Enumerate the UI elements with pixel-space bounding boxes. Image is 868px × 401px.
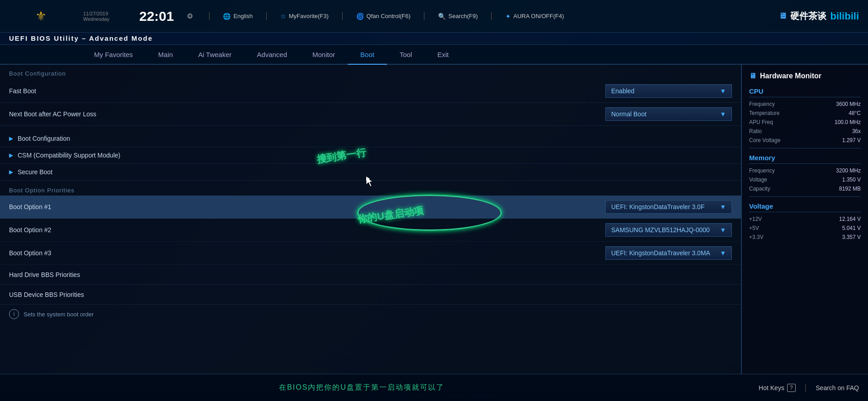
settings-gear-icon[interactable]: ⚙ [187, 12, 193, 20]
hw-cpu-apu-value: 100.0 MHz [835, 119, 861, 125]
nav-english[interactable]: 🌐 English [219, 11, 256, 22]
bilibili-icon: bilibili [830, 10, 859, 22]
nav-myfavorite[interactable]: ☆ MyFavorite(F3) [277, 11, 332, 22]
nav-english-label: English [233, 13, 253, 19]
fast-boot-value: Enabled [611, 87, 634, 95]
boot-option-1-dropdown[interactable]: UEFI: KingstonDataTraveler 3.0F ▼ [605, 200, 732, 214]
boot-option-3-arrow-icon: ▼ [720, 249, 726, 257]
nav-tool[interactable]: Tool [387, 45, 425, 65]
hw-v5-value: 5.041 V [842, 225, 861, 231]
app-title: UEFI BIOS Utility – Advanced Mode [9, 34, 153, 42]
nav-aura[interactable]: ✦ AURA ON/OFF(F4) [502, 11, 568, 22]
qfan-icon: 🌀 [356, 13, 364, 20]
hw-memory-title: Memory [749, 154, 861, 164]
hw-cpu-freq-label: Frequency [749, 101, 775, 107]
boot-option-1-row[interactable]: Boot Option #1 UEFI: KingstonDataTravele… [0, 196, 741, 219]
boot-option-1-value: UEFI: KingstonDataTraveler 3.0F [611, 203, 704, 210]
next-boot-row[interactable]: Next Boot after AC Power Loss Normal Boo… [0, 103, 741, 126]
nav-advanced[interactable]: Advanced [244, 45, 300, 65]
favorite-icon: ☆ [280, 13, 286, 20]
hw-mem-capacity-label: Capacity [749, 186, 770, 192]
hw-cpu-ratio-row: Ratio 36x [749, 128, 861, 134]
hw-cpu-temp-label: Temperature [749, 110, 779, 116]
nav-boot[interactable]: Boot [348, 45, 387, 65]
spacer-row [0, 126, 741, 130]
next-boot-label: Next Boot after AC Power Loss [9, 110, 605, 118]
boot-option-3-dropdown[interactable]: UEFI: KingstonDataTraveler 3.0MA ▼ [605, 246, 732, 260]
hard-drive-bbs-label: Hard Drive BBS Priorities [9, 271, 732, 278]
expand-arrow-icon: ▶ [9, 135, 13, 142]
expand-csm[interactable]: ▶ CSM (Compatibility Support Module) [0, 147, 741, 164]
nav-exit[interactable]: Exit [425, 45, 461, 65]
nav-ai-tweaker[interactable]: Ai Tweaker [185, 45, 244, 65]
divider5: | [491, 11, 493, 22]
expand-boot-config[interactable]: ▶ Boot Configuration [0, 130, 741, 147]
hw-v5-label: +5V [749, 225, 759, 231]
aura-icon: ✦ [505, 13, 511, 20]
hw-monitor-screen-icon: 🖥 [778, 11, 787, 21]
info-icon: i [9, 309, 19, 319]
bottom-divider: | [805, 383, 807, 392]
next-boot-dropdown[interactable]: Normal Boot ▼ [605, 107, 732, 121]
hw-cpu-ratio-label: Ratio [749, 128, 762, 134]
title-bar: UEFI BIOS Utility – Advanced Mode [0, 33, 868, 45]
hw-cpu-ratio-value: 36x [852, 128, 861, 134]
section-header-boot-config: Boot Configuration [0, 65, 741, 80]
fast-boot-label: Fast Boot [9, 87, 605, 95]
date-label: 11/27/2019 [83, 11, 108, 16]
expand-secure-boot[interactable]: ▶ Secure Boot [0, 164, 741, 181]
day-label: Wednesday [83, 16, 109, 22]
expand-csm-arrow-icon: ▶ [9, 152, 13, 158]
hw-mem-freq-value: 3200 MHz [836, 167, 861, 174]
hw-monitor-title: 🖥 Hardware Monitor [749, 72, 861, 80]
nav-myfavorite-label: MyFavorite(F3) [289, 13, 329, 19]
hw-cpu-voltage-value: 1.297 V [842, 137, 861, 143]
nav-main[interactable]: Main [146, 45, 186, 65]
nav-aura-label: AURA ON/OFF(F4) [514, 13, 564, 19]
boot-option-3-row[interactable]: Boot Option #3 UEFI: KingstonDataTravele… [0, 242, 741, 265]
hw-v12-row: +12V 12.164 V [749, 216, 861, 222]
boot-option-1-arrow-icon: ▼ [720, 203, 726, 210]
nav-qfan-label: Qfan Control(F6) [367, 13, 411, 19]
hw-v12-label: +12V [749, 216, 762, 222]
hot-keys-label: Hot Keys [759, 384, 784, 391]
hw-v33-label: +3.3V [749, 234, 764, 240]
expand-secure-boot-label: Secure Boot [18, 168, 52, 176]
search-faq-link[interactable]: Search on FAQ [816, 384, 859, 391]
hw-monitor-icon: 🖥 [749, 72, 756, 80]
divider4: | [423, 11, 425, 22]
hw-v33-row: +3.3V 3.357 V [749, 234, 861, 240]
boot-option-2-row[interactable]: Boot Option #2 SAMSUNG MZVLB512HAJQ-0000… [0, 219, 741, 242]
divider3: | [341, 11, 344, 22]
time-display: 22:01 [139, 10, 174, 23]
nav-favorites[interactable]: My Favorites [81, 45, 146, 65]
fast-boot-dropdown[interactable]: Enabled ▼ [605, 84, 732, 98]
boot-option-2-value: SAMSUNG MZVLB512HAJQ-0000 [611, 226, 710, 234]
main-nav: My Favorites Main Ai Tweaker Advanced Mo… [0, 45, 868, 65]
usb-device-bbs-row[interactable]: USB Device BBS Priorities [0, 285, 741, 305]
boot-option-1-label: Boot Option #1 [9, 203, 605, 210]
hw-divider-1 [749, 148, 861, 148]
hw-voltage-title: Voltage [749, 202, 861, 212]
nav-qfan[interactable]: 🌀 Qfan Control(F6) [353, 11, 415, 22]
boot-option-3-label: Boot Option #3 [9, 249, 605, 257]
boot-option-3-value: UEFI: KingstonDataTraveler 3.0MA [611, 249, 710, 257]
hw-cpu-apu-row: APU Freq 100.0 MHz [749, 119, 861, 125]
hw-monitor-panel: 🖥 Hardware Monitor CPU Frequency 3600 MH… [741, 65, 868, 374]
nav-search[interactable]: 🔍 Search(F9) [434, 11, 481, 22]
nav-search-label: Search(F9) [448, 13, 478, 19]
next-boot-value: Normal Boot [611, 110, 646, 118]
content-area: Boot Configuration Fast Boot Enabled ▼ N… [0, 65, 868, 374]
info-row: i Sets the system boot order [0, 305, 741, 324]
expand-secure-boot-arrow-icon: ▶ [9, 169, 13, 175]
hw-mem-voltage-label: Voltage [749, 177, 767, 183]
fast-boot-row[interactable]: Fast Boot Enabled ▼ [0, 80, 741, 103]
bottom-text-area: 在BIOS内把你的U盘置于第一启动项就可以了 [9, 383, 714, 392]
hw-cpu-voltage-row: Core Voltage 1.297 V [749, 137, 861, 143]
boot-option-2-dropdown[interactable]: SAMSUNG MZVLB512HAJQ-0000 ▼ [605, 223, 732, 237]
hard-drive-bbs-row[interactable]: Hard Drive BBS Priorities [0, 265, 741, 285]
top-nav: | 🌐 English | ☆ MyFavorite(F3) | 🌀 Qfan … [208, 11, 568, 22]
expand-csm-label: CSM (Compatibility Support Module) [18, 152, 120, 159]
nav-monitor[interactable]: Monitor [300, 45, 348, 65]
hot-keys-button[interactable]: Hot Keys ? [759, 384, 796, 392]
